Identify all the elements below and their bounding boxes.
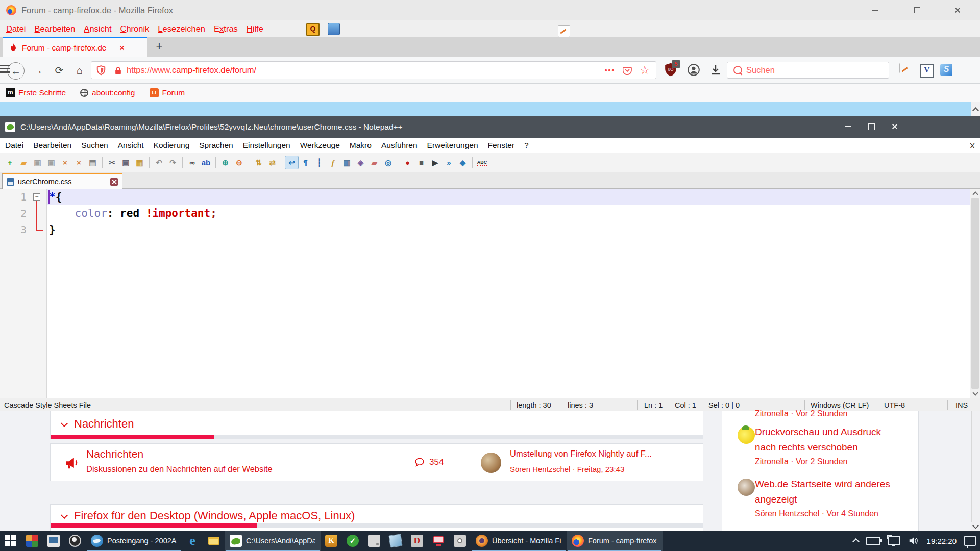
- d-tool-icon[interactable]: D: [406, 531, 428, 551]
- cut-icon[interactable]: ✂: [106, 156, 118, 169]
- sidebar-topic-link[interactable]: Web.de Startseite wird anderesangezeigt: [755, 477, 890, 507]
- tab-forum-camp-firefox[interactable]: Forum - camp-firefox.de: [3, 37, 147, 57]
- firefox-close-button[interactable]: [946, 0, 969, 20]
- npp-menu-erweiterungen[interactable]: Erweiterungen: [427, 141, 478, 150]
- editor-scrollbar[interactable]: [970, 189, 980, 398]
- start-button[interactable]: [0, 531, 21, 551]
- menu-chronik[interactable]: Chronik: [120, 24, 149, 34]
- tab-close-icon[interactable]: [119, 45, 125, 50]
- notes-toolbar-icon[interactable]: [899, 63, 900, 73]
- keepass-icon[interactable]: K: [321, 531, 342, 551]
- task-thunderbird[interactable]: Posteingang - 2002An...: [86, 531, 182, 551]
- ublock-origin-icon[interactable]: uO 5: [664, 62, 679, 78]
- new-file-icon[interactable]: +: [4, 156, 16, 169]
- find-icon[interactable]: ∞: [186, 156, 199, 169]
- page-actions-icon[interactable]: •••: [603, 63, 617, 78]
- notepadpp-close-button[interactable]: [883, 116, 906, 137]
- section-collapse-icon[interactable]: [61, 511, 68, 518]
- last-post-byline[interactable]: Sören Hentzschel · Freitag, 23:43: [510, 465, 624, 473]
- sync-scroll-v-icon[interactable]: ⇅: [252, 156, 265, 169]
- npp-menu-bearbeiten[interactable]: Bearbeiten: [33, 141, 71, 150]
- notepadpp-maximize-button[interactable]: [860, 116, 883, 137]
- v-extension-icon[interactable]: V: [920, 64, 934, 78]
- notepadpp-editor[interactable]: 123 − *{ color: red !important;}: [0, 189, 980, 398]
- menu-extras[interactable]: Extras: [214, 24, 238, 34]
- search-input[interactable]: Suchen: [727, 62, 889, 79]
- downloads-icon[interactable]: [709, 64, 722, 78]
- bookmark-forum[interactable]: f-f Forum: [150, 88, 185, 97]
- green-check-icon[interactable]: ✓: [342, 531, 363, 551]
- camera-icon[interactable]: [449, 531, 471, 551]
- menu-ansicht[interactable]: Ansicht: [84, 24, 111, 34]
- npp-menu-einstellungen[interactable]: Einstellungen: [243, 141, 290, 150]
- npp-menu-suchen[interactable]: Suchen: [81, 141, 108, 150]
- bookmark-about-config[interactable]: about:config: [80, 88, 135, 97]
- forum-row-nachrichten[interactable]: Nachrichten Diskussionen zu den Nachrich…: [50, 443, 703, 481]
- last-post-link[interactable]: Umstellung von Firefox Nightly auf F...: [510, 449, 652, 459]
- npp-menu-kodierung[interactable]: Kodierung: [154, 141, 190, 150]
- npp-menu-?[interactable]: ?: [524, 141, 529, 150]
- volume-icon[interactable]: [908, 536, 919, 546]
- bookmark-erste-schritte[interactable]: m Erste Schritte: [6, 88, 66, 97]
- notepadpp-minimize-button[interactable]: [836, 116, 860, 137]
- sidebar-item-byline[interactable]: Zitronella · Vor 2 Stunden: [755, 409, 847, 418]
- section-title[interactable]: Firefox für den Desktop (Windows, Apple …: [74, 509, 355, 522]
- dark-circle-app-icon[interactable]: [64, 531, 86, 551]
- doc-tab-close-icon[interactable]: [110, 178, 118, 186]
- redo-icon[interactable]: ↷: [166, 156, 179, 169]
- page-scrollbar-track[interactable]: [971, 411, 980, 531]
- notepadpp-doc-close-x[interactable]: X: [970, 141, 975, 150]
- firefox-maximize-button[interactable]: [905, 0, 929, 20]
- document-map-icon[interactable]: ▥: [340, 156, 353, 169]
- replace-icon[interactable]: ab: [200, 156, 212, 169]
- pocket-icon[interactable]: [620, 63, 634, 78]
- macro-save-icon[interactable]: ◆: [456, 156, 469, 169]
- edge-icon[interactable]: e: [182, 531, 203, 551]
- reload-button[interactable]: ⟳: [51, 62, 67, 79]
- last-post-avatar[interactable]: [481, 453, 501, 473]
- npp-menu-werkzeuge[interactable]: Werkzeuge: [300, 141, 340, 150]
- sidebar-avatar[interactable]: [738, 479, 755, 496]
- doc-tab-userchrome-css[interactable]: userChrome.css: [2, 173, 122, 189]
- action-center-icon[interactable]: [964, 536, 976, 546]
- tracking-protection-shield-icon[interactable]: [96, 65, 106, 76]
- tray-expand-icon[interactable]: [853, 537, 859, 544]
- scrollbar-up-arrow[interactable]: [970, 189, 980, 197]
- scrollbar-down-arrow[interactable]: [970, 389, 980, 398]
- url-bar[interactable]: https://www.camp-firefox.de/forum/ ••• ☆: [91, 61, 656, 79]
- macro-run-multiple-icon[interactable]: »: [443, 156, 455, 169]
- blue-notepad-icon[interactable]: [385, 531, 406, 551]
- document-switcher-icon[interactable]: ◈: [354, 156, 367, 169]
- sidebar-avatar[interactable]: [738, 427, 755, 444]
- macro-play-icon[interactable]: ▶: [429, 156, 442, 169]
- code-area[interactable]: *{ color: red !important;}: [47, 189, 970, 398]
- sync-scroll-h-icon[interactable]: ⇄: [266, 156, 279, 169]
- paste-icon[interactable]: ▦: [133, 156, 146, 169]
- drive-icon[interactable]: [363, 531, 385, 551]
- sidebar-item-byline[interactable]: Zitronella · Vor 2 Stunden: [755, 457, 847, 466]
- stylus-extension-icon[interactable]: S: [940, 64, 952, 76]
- colorful-blocks-app-icon[interactable]: [21, 531, 43, 551]
- npp-menu-ansicht[interactable]: Ansicht: [118, 141, 144, 150]
- section-collapse-icon[interactable]: [61, 419, 68, 427]
- npp-menu-fenster[interactable]: Fenster: [488, 141, 515, 150]
- menu-bearbeiten[interactable]: Bearbeiten: [35, 24, 76, 34]
- save-file-icon[interactable]: ▣: [31, 156, 44, 169]
- notepadpp-titlebar[interactable]: C:\Users\Andi\AppData\Roaming\Mozilla\Fi…: [0, 116, 980, 138]
- task-firefox-uebersicht[interactable]: Übersicht - Mozilla Fir...: [471, 531, 567, 551]
- folder-as-workspace-icon[interactable]: ▰: [368, 156, 381, 169]
- menu-lesezeichen[interactable]: Lesezeichen: [158, 24, 205, 34]
- macro-record-icon[interactable]: ●: [401, 156, 414, 169]
- battery-icon[interactable]: [866, 537, 880, 545]
- copy-icon[interactable]: ▣: [119, 156, 132, 169]
- forward-button[interactable]: →: [30, 62, 46, 79]
- file-explorer-icon[interactable]: [203, 531, 225, 551]
- macro-stop-icon[interactable]: ■: [415, 156, 428, 169]
- forum-title-link[interactable]: Nachrichten: [86, 448, 143, 460]
- spell-check-icon[interactable]: ABC: [476, 156, 488, 169]
- npp-menu-datei[interactable]: Datei: [5, 141, 23, 150]
- notes-extension-icon[interactable]: [558, 25, 570, 37]
- show-all-characters-icon[interactable]: ¶: [299, 156, 312, 169]
- save-all-icon[interactable]: ▣: [45, 156, 58, 169]
- task-notepadpp[interactable]: C:\Users\Andi\AppDa...: [225, 531, 321, 551]
